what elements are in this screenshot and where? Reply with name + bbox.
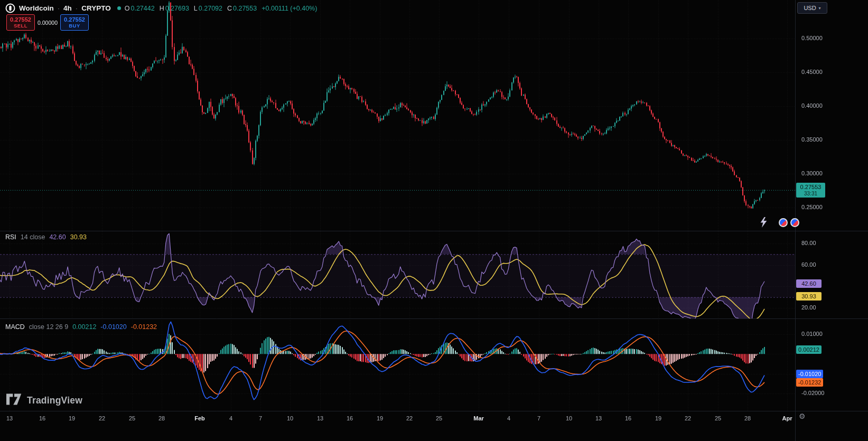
last-price-tag: 0.2755333:31 — [796, 183, 825, 198]
rsi-params: 14 close — [21, 233, 45, 241]
time-axis-label: 25 — [436, 415, 442, 421]
chart-canvas[interactable] — [0, 0, 868, 441]
symbol-legend: Worldcoin · 4h · CRYPTO O0.27442 H0.2769… — [5, 3, 317, 13]
time-axis-label: Mar — [473, 415, 484, 421]
rsi-legend: RSI 14 close 42.60 30.93 — [5, 233, 87, 241]
symbol-name[interactable]: Worldcoin — [19, 4, 54, 12]
rsi-axis-label: 80.00 — [801, 240, 816, 247]
low-label: L — [194, 5, 198, 12]
sell-price: 0.27552 — [10, 16, 31, 23]
last-price-value: 0.27553 — [796, 183, 825, 191]
time-axis-label: 28 — [158, 415, 165, 421]
market-status-dot — [117, 6, 121, 10]
macd-line-tag: -0.01020 — [796, 370, 823, 378]
price-axis-label: 0.30000 — [801, 170, 823, 177]
rsi-value: 42.60 — [49, 233, 66, 241]
open-value: 0.27442 — [130, 5, 154, 12]
time-axis-label: 19 — [655, 415, 661, 421]
price-scale[interactable]: 0.500000.450000.400000.350000.300000.250… — [795, 0, 868, 441]
legend-separator: · — [58, 4, 60, 12]
badge-icon-2[interactable] — [790, 218, 799, 227]
price-axis-label: 0.40000 — [801, 102, 823, 109]
time-axis-label: 4 — [507, 415, 510, 421]
time-axis-label: 25 — [129, 415, 135, 421]
open-label: O — [125, 5, 130, 12]
macd-signal-tag: -0.01232 — [796, 378, 823, 387]
macd-params: close 12 26 9 — [29, 323, 68, 331]
high-label: H — [160, 5, 164, 12]
price-axis-label: 0.45000 — [801, 69, 823, 76]
close-value: 0.27553 — [233, 5, 257, 12]
currency-label: USD — [804, 5, 816, 11]
time-axis-label: 13 — [317, 415, 323, 421]
trade-panel: 0.27552 SELL 0.00000 0.27552 BUY — [6, 14, 89, 31]
rsi-ma-value: 30.93 — [70, 233, 87, 241]
time-axis-label: 10 — [287, 415, 293, 421]
buy-button[interactable]: 0.27552 BUY — [60, 14, 89, 31]
macd-legend: MACD close 12 26 9 0.00212 -0.01020 -0.0… — [5, 323, 157, 331]
time-axis-label: 19 — [377, 415, 383, 421]
buy-price: 0.27552 — [64, 16, 85, 23]
macd-axis-label: 0.01000 — [801, 331, 823, 337]
low-value: 0.27092 — [199, 5, 222, 12]
price-axis-label: 0.35000 — [801, 136, 823, 143]
time-axis-label: 4 — [229, 415, 232, 421]
settings-gear-icon[interactable]: ⚙ — [799, 412, 806, 420]
change-value: +0.00111 (+0.40%) — [262, 5, 317, 12]
timeframe-button[interactable]: 4h — [63, 4, 72, 12]
price-axis-label: 0.25000 — [801, 204, 823, 211]
time-axis[interactable]: 131619222528Feb47101316192225Mar47101316… — [0, 411, 868, 441]
time-axis-label: 10 — [566, 415, 572, 421]
macd-line-value: -0.01020 — [100, 323, 126, 331]
time-axis-label: 25 — [715, 415, 721, 421]
sell-button[interactable]: 0.27552 SELL — [6, 14, 35, 31]
time-axis-label: 16 — [625, 415, 631, 421]
chevron-down-icon: ▾ — [819, 6, 821, 11]
last-price-countdown: 33:31 — [796, 191, 825, 197]
tradingview-logo-text: TradingView — [27, 395, 82, 406]
rsi-ma-tag: 30.93 — [796, 292, 822, 301]
macd-signal-value: -0.01232 — [131, 323, 157, 331]
currency-selector[interactable]: USD ▾ — [797, 2, 827, 14]
legend-separator: · — [76, 4, 78, 12]
exchange-name[interactable]: CRYPTO — [81, 4, 111, 12]
macd-hist-value: 0.00212 — [72, 323, 96, 331]
badge-icon-1[interactable] — [779, 218, 788, 227]
spread-value: 0.00000 — [35, 20, 60, 26]
time-axis-label: Feb — [194, 415, 205, 421]
worldcoin-logo-icon — [5, 3, 15, 13]
time-axis-label: 13 — [595, 415, 602, 421]
close-label: C — [227, 5, 232, 12]
price-axis-label: 0.50000 — [801, 35, 823, 42]
rsi-axis-label: 60.00 — [801, 261, 816, 268]
time-axis-label: 22 — [685, 415, 691, 421]
time-axis-label: 13 — [6, 415, 13, 421]
time-axis-label: 19 — [69, 415, 75, 421]
time-axis-label: 16 — [347, 415, 353, 421]
sell-label: SELL — [14, 23, 27, 29]
time-axis-label: 22 — [406, 415, 413, 421]
chart-app: Worldcoin · 4h · CRYPTO O0.27442 H0.2769… — [0, 0, 868, 441]
time-axis-label: 16 — [39, 415, 45, 421]
rsi-value-tag: 42.60 — [796, 279, 822, 288]
time-axis-label: 7 — [259, 415, 262, 421]
high-value: 0.27693 — [165, 5, 189, 12]
macd-title[interactable]: MACD — [5, 323, 25, 331]
lightning-icon[interactable] — [760, 217, 768, 230]
time-axis-label: 28 — [744, 415, 751, 421]
tradingview-logo-icon — [6, 393, 22, 408]
time-axis-label: 7 — [537, 415, 540, 421]
tradingview-watermark[interactable]: TradingView — [6, 393, 82, 408]
macd-axis-label: -0.02000 — [801, 390, 824, 397]
buy-label: BUY — [69, 23, 80, 29]
time-axis-label: 22 — [99, 415, 105, 421]
rsi-title[interactable]: RSI — [5, 233, 16, 241]
rsi-axis-label: 20.00 — [801, 304, 816, 311]
ohlc-values: O0.27442 H0.27693 L0.27092 C0.27553 +0.0… — [125, 5, 318, 12]
time-axis-label: Apr — [782, 415, 792, 421]
macd-hist-tag: 0.00212 — [796, 345, 822, 354]
